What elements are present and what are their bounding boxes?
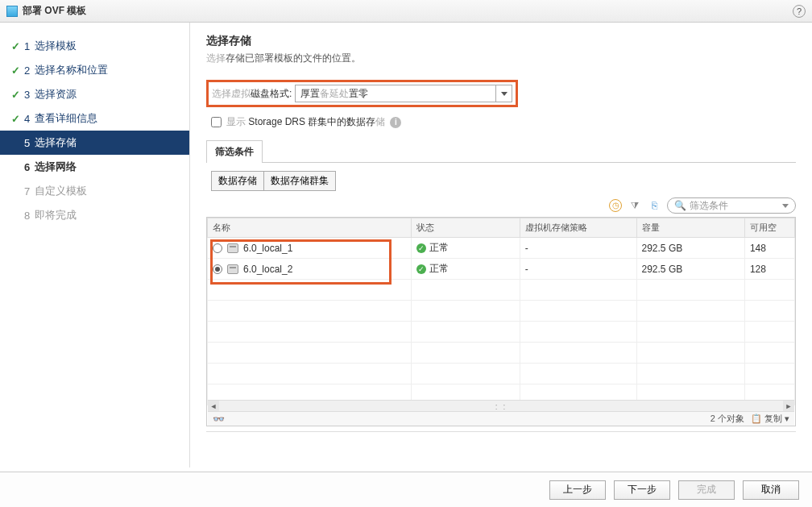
step-6[interactable]: 6选择网络 (0, 155, 189, 179)
disk-format-value: 厚置备延处置零 (300, 87, 368, 101)
resize-handle-icon[interactable]: : : (495, 402, 507, 411)
step-7: 7自定义模板 (0, 179, 189, 203)
col-available[interactable]: 可用空 (744, 218, 794, 238)
drs-checkbox[interactable] (211, 117, 222, 127)
step-4[interactable]: 4查看详细信息 (0, 106, 189, 131)
step-3[interactable]: 3选择资源 (0, 82, 189, 106)
filter-input[interactable]: 🔍 筛选条件 (667, 197, 796, 214)
scroll-left-icon[interactable]: ◄ (208, 401, 219, 411)
panel-heading: 选择存储 (206, 34, 796, 48)
chevron-down-icon[interactable] (782, 200, 789, 211)
datastore-scope-buttons: 数据存储数据存储群集 (211, 171, 796, 191)
datastore-table: 名称 状态 虚拟机存储策略 容量 可用空 6.0_local_1 ✓正常 - 2… (206, 217, 796, 426)
panel-desc: 选择存储已部署模板的文件的位置。 (206, 52, 796, 65)
datastore-icon (227, 243, 238, 253)
datastore-icon (227, 264, 238, 274)
radio-selected[interactable] (213, 264, 222, 274)
disk-format-label: 选择虚拟磁盘格式: (212, 87, 292, 101)
table-body: 6.0_local_1 ✓正常 - 292.5 GB 148 6.0_local… (208, 238, 795, 405)
col-policy[interactable]: 虚拟机存储策略 (520, 218, 636, 238)
table-row[interactable]: 6.0_local_2 ✓正常 - 292.5 GB 128 (208, 259, 795, 280)
wizard-footer: 上一步 下一步 完成 取消 (0, 472, 812, 507)
svg-marker-1 (782, 204, 789, 208)
filter-placeholder: 筛选条件 (690, 199, 728, 213)
wizard-steps: 1选择模板 2选择名称和位置 3选择资源 4查看详细信息 5选择存储 6选择网络… (0, 23, 190, 468)
chevron-down-icon[interactable] (495, 85, 512, 102)
scroll-right-icon[interactable]: ► (783, 401, 794, 411)
help-icon[interactable]: ? (793, 5, 806, 18)
copy-button[interactable]: 📋 复制 ▾ (751, 413, 789, 425)
binoculars-icon[interactable]: 👓 (213, 413, 225, 425)
window-title: 部署 OVF 模板 (23, 4, 86, 18)
drs-checkbox-row: 显示 Storage DRS 群集中的数据存储 i (206, 115, 796, 129)
horizontal-scrollbar[interactable]: ◄ : : ► (208, 400, 794, 411)
disk-format-row: 选择虚拟磁盘格式: 厚置备延处置零 (206, 80, 518, 107)
tab-filter[interactable]: 筛选条件 (207, 142, 262, 163)
btn-datastore-clusters[interactable]: 数据存储群集 (263, 171, 336, 191)
table-footer: 👓 2 个对象 📋 复制 ▾ (208, 411, 794, 426)
search-icon: 🔍 (674, 200, 686, 211)
table-row[interactable]: 6.0_local_1 ✓正常 - 292.5 GB 148 (208, 238, 795, 259)
clock-icon[interactable]: ◷ (609, 199, 622, 212)
radio-unselected[interactable] (213, 243, 222, 253)
next-button[interactable]: 下一步 (614, 480, 670, 500)
col-name[interactable]: 名称 (208, 218, 412, 238)
object-count: 2 个对象 (710, 413, 744, 425)
btn-datastores[interactable]: 数据存储 (211, 171, 263, 191)
filter-tabstrip: 筛选条件 (206, 140, 263, 162)
filter-funnel-icon[interactable]: ⧩ (628, 199, 641, 212)
step-8: 8即将完成 (0, 203, 189, 227)
drs-label: 显示 Storage DRS 群集中的数据存储 (226, 115, 385, 129)
disk-format-select[interactable]: 厚置备延处置零 (295, 85, 512, 102)
step-1[interactable]: 1选择模板 (0, 34, 189, 58)
step-5[interactable]: 5选择存储 (0, 131, 189, 155)
titlebar: 部署 OVF 模板 ? (0, 0, 812, 23)
cancel-button[interactable]: 取消 (743, 480, 799, 500)
main-panel: 选择存储 选择存储已部署模板的文件的位置。 选择虚拟磁盘格式: 厚置备延处置零 … (190, 23, 812, 468)
col-capacity[interactable]: 容量 (636, 218, 744, 238)
svg-marker-0 (501, 92, 508, 96)
status-ok-icon: ✓ (416, 243, 426, 253)
back-button[interactable]: 上一步 (549, 480, 606, 500)
info-icon[interactable]: i (390, 117, 401, 128)
col-status[interactable]: 状态 (412, 218, 520, 238)
finish-button: 完成 (678, 480, 735, 500)
export-icon[interactable]: ⎘ (648, 199, 661, 212)
status-ok-icon: ✓ (416, 264, 426, 274)
table-toolbar: ◷ ⧩ ⎘ 🔍 筛选条件 (206, 197, 796, 214)
ovf-icon (6, 6, 18, 17)
step-2[interactable]: 2选择名称和位置 (0, 58, 189, 82)
